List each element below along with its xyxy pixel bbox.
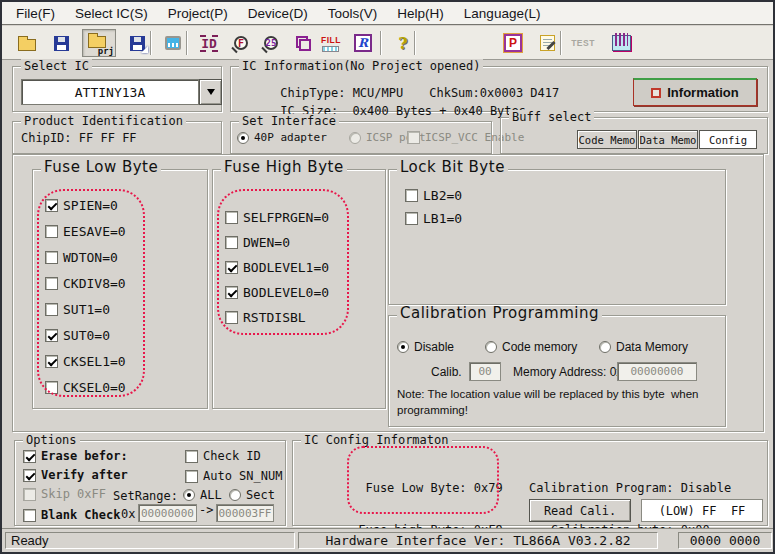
checkbox[interactable] <box>405 189 418 202</box>
open-project-button[interactable]: prj <box>82 29 116 57</box>
auto-sn-row[interactable]: Auto SN_NUM <box>185 469 282 483</box>
auto-sn-checkbox[interactable] <box>185 470 198 483</box>
fuse-high-item-2[interactable]: BODLEVEL1=0 <box>225 260 329 275</box>
checkbox[interactable] <box>45 355 58 368</box>
fuse-high-item-1[interactable]: DWEN=0 <box>225 235 290 250</box>
erase-before-row[interactable]: Erase befor: <box>23 449 128 463</box>
pin-detect-button[interactable] <box>606 29 636 57</box>
checkbox[interactable] <box>45 303 58 316</box>
fuse-low-item-6[interactable]: CKSEL1=0 <box>45 354 126 369</box>
tab-config[interactable]: Config <box>699 130 757 149</box>
ic-combo-dropdown-button[interactable] <box>199 79 222 105</box>
save-button[interactable] <box>46 29 76 57</box>
menu-select-ic[interactable]: Select IC(S) <box>65 4 158 23</box>
fuse-high-item-0[interactable]: SELFPRGEN=0 <box>225 210 329 225</box>
fuse-high-item-4[interactable]: RSTDISBL <box>225 310 306 325</box>
device-info-button[interactable] <box>158 29 188 57</box>
erase-before-checkbox[interactable] <box>23 450 36 463</box>
checkbox[interactable] <box>45 199 58 212</box>
read-chip-button[interactable]: R <box>348 29 378 57</box>
status-hw-version: Hardware Interface Ver: TL866A V03.2.82 <box>298 532 658 549</box>
program-chip-button[interactable]: P <box>498 29 528 57</box>
cal-data-row[interactable]: Data Memory <box>599 340 688 354</box>
memory-address-field: 00000000 <box>617 362 697 381</box>
menu-file[interactable]: File(F) <box>6 4 65 23</box>
checkbox[interactable] <box>45 225 58 238</box>
fuse-high-item-3[interactable]: BODLEVEL0=0 <box>225 285 329 300</box>
copy-buffer-button[interactable] <box>288 29 318 57</box>
fuse-low-item-2[interactable]: WDTON=0 <box>45 250 118 265</box>
range-sect-row[interactable]: Sect <box>229 488 275 502</box>
search-25-icon: 25 <box>264 36 278 50</box>
status-ready: Ready <box>5 532 295 549</box>
checkbox[interactable] <box>405 212 418 225</box>
range-sect-radio[interactable] <box>229 489 241 501</box>
calibration-program-value: Calibration Program: Disable <box>529 481 753 495</box>
save-project-button[interactable] <box>122 29 152 57</box>
set-interface-group: Set Interface 40P adapter ICSP port ICSP… <box>230 121 492 154</box>
fuse-low-item-4[interactable]: SUT1=0 <box>45 302 110 317</box>
fuse-low-item-1[interactable]: EESAVE=0 <box>45 224 126 239</box>
checkbox[interactable] <box>45 329 58 342</box>
fuse-low-item-0[interactable]: SPIEN=0 <box>45 198 118 213</box>
range-from-field: 00000000 <box>138 504 197 522</box>
checkbox[interactable] <box>45 277 58 290</box>
menu-language[interactable]: Language(L) <box>454 4 551 23</box>
checkbox[interactable] <box>225 236 238 249</box>
adapter-radio[interactable] <box>237 132 249 144</box>
blank-check-row[interactable]: Blank Check <box>23 508 120 522</box>
verify-after-row[interactable]: Verify after <box>23 468 128 482</box>
search-next-button[interactable]: 25 <box>256 29 286 57</box>
edit-buffer-button[interactable] <box>532 29 562 57</box>
checkbox[interactable] <box>45 381 58 394</box>
set-interface-title: Set Interface <box>239 114 339 128</box>
range-all-radio[interactable] <box>183 489 195 501</box>
lock-bit-item-1[interactable]: LB1=0 <box>405 211 462 226</box>
ic-config-group: IC Config Informaton Fuse Low Byte: 0x79… <box>292 440 768 526</box>
tab-data-memo[interactable]: Data Memo <box>638 130 698 149</box>
low-bytes-display[interactable]: (LOW) FF FF <box>641 499 763 522</box>
config-panel: Fuse Low Byte SPIEN=0 EESAVE=0 WDTON=0 C… <box>12 154 764 432</box>
cal-disable-row[interactable]: Disable <box>397 340 454 354</box>
fill-buffer-button[interactable]: FILL <box>316 29 346 57</box>
open-file-button[interactable] <box>12 29 42 57</box>
range-all-row[interactable]: ALL <box>183 488 222 502</box>
verify-after-checkbox[interactable] <box>23 469 36 482</box>
adapter-radio-row[interactable]: 40P adapter <box>237 131 327 144</box>
checkbox[interactable] <box>225 311 238 324</box>
checkbox[interactable] <box>45 251 58 264</box>
checkbox-label: CKSEL0=0 <box>63 380 126 395</box>
lock-bit-item-0[interactable]: LB2=0 <box>405 188 462 203</box>
open-folder-icon <box>18 39 36 51</box>
set-range-label: SetRange: <box>113 489 178 503</box>
fuse-low-item-5[interactable]: SUT0=0 <box>45 328 110 343</box>
fuse-low-item-3[interactable]: CKDIV8=0 <box>45 276 126 291</box>
cal-code-radio[interactable] <box>485 341 497 353</box>
search-first-button[interactable]: F <box>226 29 256 57</box>
menu-bar: File(F) Select IC(S) Project(P) Device(D… <box>2 2 773 25</box>
ic-combo-value[interactable]: ATTINY13A <box>21 79 199 105</box>
cal-code-row[interactable]: Code memory <box>485 340 577 354</box>
status-bar: Ready Hardware Interface Ver: TL866A V03… <box>2 528 773 552</box>
menu-help[interactable]: Help(H) <box>387 4 454 23</box>
chip-id-button[interactable]: ID <box>194 29 224 57</box>
checkbox[interactable] <box>225 286 238 299</box>
ic-info-title: IC Information(No Project opened) <box>239 59 483 73</box>
menu-tools[interactable]: Tools(V) <box>318 4 388 23</box>
checkbox[interactable] <box>225 261 238 274</box>
information-button[interactable]: Information <box>633 78 757 106</box>
icsp-vcc-checkbox <box>407 131 420 144</box>
tab-code-memo[interactable]: Code Memo <box>577 130 637 149</box>
cal-disable-label: Disable <box>414 340 454 354</box>
auto-sn-label: Auto SN_NUM <box>203 469 282 483</box>
blank-check-checkbox[interactable] <box>23 509 36 522</box>
checkbox[interactable] <box>225 211 238 224</box>
check-id-checkbox[interactable] <box>185 450 198 463</box>
check-id-row[interactable]: Check ID <box>185 449 261 463</box>
menu-project[interactable]: Project(P) <box>158 4 238 23</box>
cal-data-radio[interactable] <box>599 341 611 353</box>
cal-disable-radio[interactable] <box>397 341 409 353</box>
menu-device[interactable]: Device(D) <box>238 4 318 23</box>
read-cali-button[interactable]: Read Cali. <box>529 499 631 522</box>
fuse-low-item-7[interactable]: CKSEL0=0 <box>45 380 126 395</box>
